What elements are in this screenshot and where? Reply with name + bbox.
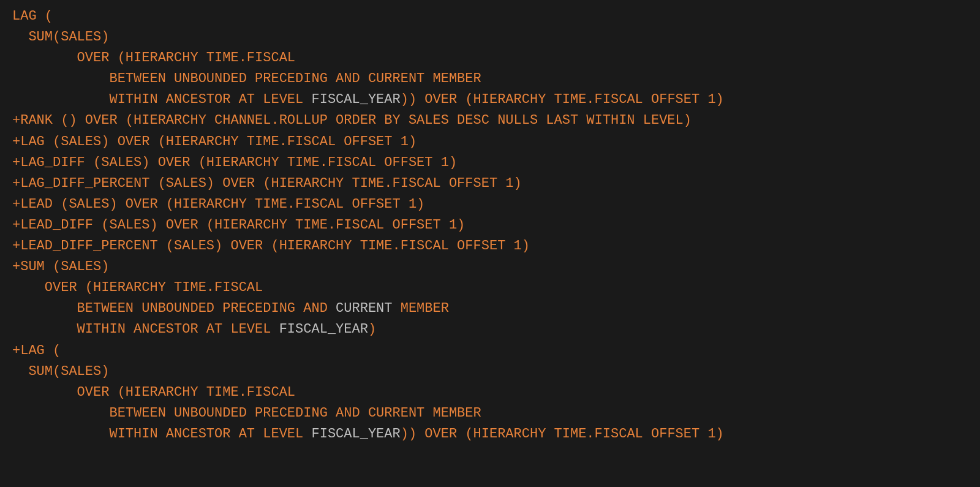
keyword-token: WITHIN ANCESTOR AT LEVEL (12, 322, 279, 337)
identifier-token: FISCAL_YEAR (311, 92, 400, 107)
code-line: +LAG (SALES) OVER (HIERARCHY TIME.FISCAL… (12, 132, 968, 153)
keyword-token: BETWEEN UNBOUNDED PRECEDING AND CURRENT … (12, 406, 481, 421)
code-line: BETWEEN UNBOUNDED PRECEDING AND CURRENT … (12, 298, 968, 319)
identifier-token: FISCAL_YEAR (279, 322, 368, 337)
code-line: BETWEEN UNBOUNDED PRECEDING AND CURRENT … (12, 69, 968, 89)
keyword-token: ) (368, 322, 376, 337)
code-line: SUM(SALES) (12, 27, 968, 48)
keyword-token: +LEAD (SALES) OVER (HIERARCHY TIME.FISCA… (12, 197, 424, 212)
code-line: WITHIN ANCESTOR AT LEVEL FISCAL_YEAR)) O… (12, 424, 968, 445)
keyword-token: WITHIN ANCESTOR AT LEVEL (12, 426, 311, 442)
keyword-token: +LEAD_DIFF (SALES) OVER (HIERARCHY TIME.… (12, 217, 465, 233)
keyword-token: +LAG_DIFF (SALES) OVER (HIERARCHY TIME.F… (12, 155, 457, 170)
code-line: +LEAD_DIFF (SALES) OVER (HIERARCHY TIME.… (12, 215, 968, 236)
code-line: +LEAD (SALES) OVER (HIERARCHY TIME.FISCA… (12, 194, 968, 215)
code-line: OVER (HIERARCHY TIME.FISCAL (12, 48, 968, 69)
code-line: SUM(SALES) (12, 361, 968, 382)
code-line: WITHIN ANCESTOR AT LEVEL FISCAL_YEAR)) O… (12, 89, 968, 110)
code-line: +SUM (SALES) (12, 257, 968, 277)
keyword-token: WITHIN ANCESTOR AT LEVEL (12, 92, 311, 107)
keyword-token: )) OVER (HIERARCHY TIME.FISCAL OFFSET 1) (401, 426, 724, 442)
keyword-token: SUM(SALES) (12, 29, 109, 45)
keyword-token: LAG ( (12, 9, 53, 24)
keyword-token: +LAG_DIFF_PERCENT (SALES) OVER (HIERARCH… (12, 176, 522, 191)
code-line: +LAG_DIFF (SALES) OVER (HIERARCHY TIME.F… (12, 153, 968, 173)
identifier-token: FISCAL_YEAR (311, 426, 400, 442)
keyword-token: +LAG (SALES) OVER (HIERARCHY TIME.FISCAL… (12, 134, 417, 149)
code-line: WITHIN ANCESTOR AT LEVEL FISCAL_YEAR) (12, 319, 968, 340)
keyword-token: +SUM (SALES) (12, 259, 109, 274)
code-line: LAG ( (12, 6, 968, 27)
code-line: BETWEEN UNBOUNDED PRECEDING AND CURRENT … (12, 403, 968, 424)
code-editor: LAG ( SUM(SALES) OVER (HIERARCHY TIME.FI… (0, 0, 980, 487)
keyword-token: +LEAD_DIFF_PERCENT (SALES) OVER (HIERARC… (12, 238, 530, 254)
keyword-token: OVER (HIERARCHY TIME.FISCAL (12, 280, 263, 295)
code-line: +RANK () OVER (HIERARCHY CHANNEL.ROLLUP … (12, 110, 968, 131)
keyword-token: BETWEEN UNBOUNDED PRECEDING AND CURRENT … (12, 71, 481, 86)
keyword-token: +LAG ( (12, 343, 61, 358)
keyword-token: OVER (HIERARCHY TIME.FISCAL (12, 50, 295, 66)
keyword-token: OVER (HIERARCHY TIME.FISCAL (12, 385, 295, 400)
code-line: +LEAD_DIFF_PERCENT (SALES) OVER (HIERARC… (12, 236, 968, 257)
keyword-token: )) OVER (HIERARCHY TIME.FISCAL OFFSET 1) (401, 92, 724, 107)
keyword-token: +RANK () OVER (HIERARCHY CHANNEL.ROLLUP … (12, 113, 692, 128)
code-line: OVER (HIERARCHY TIME.FISCAL (12, 382, 968, 403)
keyword-token: SUM(SALES) (12, 364, 109, 379)
code-line: +LAG ( (12, 341, 968, 361)
code-line: OVER (HIERARCHY TIME.FISCAL (12, 277, 968, 298)
code-line: +LAG_DIFF_PERCENT (SALES) OVER (HIERARCH… (12, 173, 968, 194)
identifier-token: CURRENT (336, 301, 392, 316)
keyword-token: BETWEEN UNBOUNDED PRECEDING AND (12, 301, 336, 316)
keyword-token: MEMBER (393, 301, 449, 316)
